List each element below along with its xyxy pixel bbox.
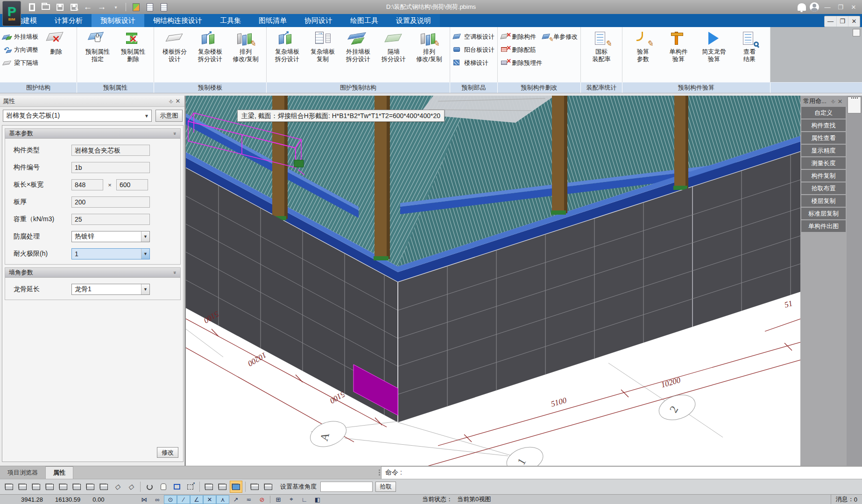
ribbon-button-删除[interactable]: ×删除	[38, 29, 74, 56]
ribbon-button-单构件验算[interactable]: 单构件 验算	[661, 29, 696, 63]
command-button-拾取布置[interactable]: 拾取布置	[801, 182, 846, 194]
new-file-icon[interactable]	[26, 2, 37, 12]
snap-none-icon[interactable]: ⊘	[255, 495, 268, 504]
command-button-显示精度[interactable]: 显示精度	[801, 145, 846, 156]
gem-view-icon[interactable]: ◇	[111, 481, 124, 493]
osnap-toggle-icon[interactable]: ⋈	[138, 495, 151, 504]
ribbon-button-外挂墙板[interactable]: 外挂墙板	[3, 32, 38, 42]
command-button-单构件出图[interactable]: 单构件出图	[801, 220, 846, 232]
ribbon-button-复杂楼板拆分设计[interactable]: ↗复杂楼板 拆分设计	[192, 29, 228, 63]
endpoint-snap-icon[interactable]: ∠	[190, 495, 203, 504]
doc-close-button[interactable]: ✕	[848, 16, 860, 27]
pbim-logo[interactable]: P BIM	[2, 1, 21, 26]
doc-restore-button[interactable]: ❐	[836, 16, 848, 27]
property-dropdown[interactable]: 龙骨1▼	[71, 284, 150, 295]
qa-dropdown-icon[interactable]: ▾	[110, 2, 121, 12]
ribbon-button-空调板设计[interactable]: 空调板设计	[453, 32, 495, 42]
panel-pin-icon[interactable]: ⎀	[168, 98, 174, 105]
layout-export-icon[interactable]	[130, 2, 141, 12]
ortho-toggle-icon[interactable]: ∟	[298, 495, 311, 504]
ribbon-button-预制属性指定[interactable]: 预制属性 指定	[80, 29, 115, 63]
menu-tab-工具集[interactable]: 工具集	[211, 14, 250, 27]
app-minimize-button[interactable]: —	[823, 4, 832, 11]
panel-close-icon[interactable]: ✕	[836, 98, 844, 105]
ribbon-button-预制属性删除[interactable]: ×预制属性 删除	[115, 29, 151, 63]
ribbon-button-隔墙拆分设计[interactable]: 隔墙 拆分设计	[376, 29, 411, 63]
menu-tab-设置及说明[interactable]: 设置及说明	[387, 14, 440, 27]
view-top-icon[interactable]	[57, 481, 70, 493]
schematic-button[interactable]: 示意图	[155, 110, 183, 122]
component-combobox[interactable]: 岩棉复合夹芯板(1) ▼	[3, 110, 152, 122]
command-button-属性查看[interactable]: 属性查看	[801, 132, 846, 144]
command-button-测量长度[interactable]: 测量长度	[801, 157, 846, 169]
command-bar-grip[interactable]	[377, 466, 381, 479]
shade-wireframe-icon[interactable]	[203, 481, 215, 493]
perpendicular-snap-icon[interactable]: ⋏	[216, 495, 229, 504]
panel-pin-icon[interactable]: ⎀	[830, 98, 836, 105]
menu-tab-绘图工具[interactable]: 绘图工具	[341, 14, 387, 27]
ribbon-button-删除构件[interactable]: ×删除构件	[501, 32, 542, 42]
ribbon-button-简支龙骨验算[interactable]: 简支龙骨 验算	[696, 29, 732, 63]
floating-mini-panel[interactable]	[848, 97, 861, 113]
chevron-collapse-icon[interactable]: »	[172, 271, 178, 274]
menu-tab-图纸清单[interactable]: 图纸清单	[250, 14, 296, 27]
node-snap-icon[interactable]: ∞	[151, 495, 164, 504]
property-value-field-2[interactable]: 600	[116, 179, 148, 190]
ribbon-button-排列修改/复制[interactable]: ✎排列 修改/复制	[228, 29, 263, 63]
ribbon-button-查看结果[interactable]: 查看 结果	[732, 29, 767, 63]
extension-snap-icon[interactable]: ↗	[229, 495, 242, 504]
app-close-button[interactable]: ✕	[849, 4, 858, 11]
view-iso-back-icon[interactable]	[98, 481, 110, 493]
ribbon-button-单参修改[interactable]: ✎单参修改	[542, 32, 578, 42]
ribbon-button-验算参数[interactable]: ✎验算 参数	[625, 29, 661, 63]
view-front-icon[interactable]	[3, 481, 15, 493]
redo-icon[interactable]: →	[96, 2, 107, 12]
zoom-extents-icon[interactable]	[184, 481, 197, 493]
doc-minimize-button[interactable]: —	[825, 16, 836, 27]
ribbon-button-方向调整[interactable]: ↶方向调整	[3, 45, 38, 55]
pan-icon[interactable]	[157, 481, 170, 493]
model-viewport[interactable]: 5100 10200 5100 5100 10200 51 A 1 2 主梁, …	[185, 96, 800, 466]
single-view-icon[interactable]	[248, 481, 261, 493]
command-button-构件复制[interactable]: 构件复制	[801, 170, 846, 182]
menu-tab-计算分析[interactable]: 计算分析	[46, 14, 92, 27]
ribbon-button-删除预埋件[interactable]: ×删除预埋件	[501, 58, 542, 68]
shade-solid-icon[interactable]	[230, 481, 242, 493]
multi-view-icon[interactable]	[262, 481, 275, 493]
ribbon-button-梁下隔墙[interactable]: 梁下隔墙	[3, 58, 38, 68]
dynamic-ucs-icon[interactable]: ⌖	[285, 495, 298, 504]
property-value-field[interactable]: 1b	[71, 162, 150, 173]
shade-hidden-icon[interactable]	[216, 481, 229, 493]
nearest-snap-icon[interactable]: ∕	[177, 495, 190, 504]
command-button-楼层复制[interactable]: 楼层复制	[801, 195, 846, 207]
notification-bell-icon[interactable]	[798, 3, 806, 11]
property-dropdown[interactable]: 1▼	[71, 248, 150, 259]
view-right-icon[interactable]	[43, 481, 56, 493]
view-bottom-icon[interactable]	[71, 481, 83, 493]
command-button-自定义[interactable]: 自定义	[801, 107, 846, 119]
grid-toggle-icon[interactable]: ⊞	[272, 495, 285, 504]
menu-tab-钢结构连接设计[interactable]: 钢结构连接设计	[144, 14, 211, 27]
base-angle-input[interactable]	[320, 482, 373, 492]
ribbon-button-复杂墙板复制[interactable]: →复杂墙板 复制	[305, 29, 340, 63]
command-button-标准层复制[interactable]: 标准层复制	[801, 208, 846, 219]
menu-tab-协同设计[interactable]: 协同设计	[296, 14, 341, 27]
property-dropdown[interactable]: 热镀锌▼	[71, 231, 150, 242]
orbit-icon[interactable]	[143, 481, 156, 493]
tab-project-browser[interactable]: 项目浏览器	[0, 466, 46, 479]
property-value-field[interactable]: 岩棉复合夹芯板	[71, 145, 150, 156]
message-counter[interactable]: 消息：0	[831, 495, 862, 504]
property-value-field[interactable]: 200	[71, 196, 150, 208]
view-left-icon[interactable]	[30, 481, 42, 493]
window-select-icon[interactable]	[170, 481, 183, 493]
command-input-bar[interactable]: 命令 :	[381, 466, 862, 479]
chevron-collapse-icon[interactable]: »	[172, 132, 178, 135]
list-export-2-icon[interactable]	[158, 2, 170, 12]
intersection-snap-icon[interactable]: ✕	[203, 495, 216, 504]
panel-close-icon[interactable]: ✕	[174, 98, 182, 105]
parallel-snap-icon[interactable]: ≂	[242, 495, 255, 504]
app-maximize-button[interactable]: ❐	[836, 4, 845, 11]
ribbon-button-复杂墙板拆分设计[interactable]: ↗复杂墙板 拆分设计	[269, 29, 305, 63]
center-snap-icon[interactable]: ⊙	[164, 495, 177, 504]
save-icon[interactable]	[54, 2, 65, 12]
